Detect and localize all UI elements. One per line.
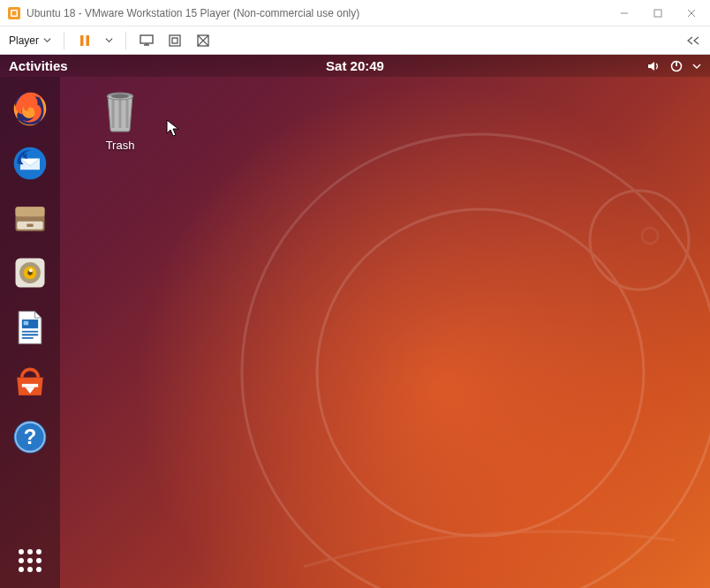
power-menu-button[interactable] [102, 34, 117, 46]
writer-icon [11, 308, 49, 347]
svg-text:?: ? [24, 425, 37, 449]
player-menu[interactable]: Player [5, 33, 55, 49]
collapse-toolbar-button[interactable] [682, 34, 705, 47]
dock: ? [0, 77, 60, 588]
gnome-top-bar: Activities Sat 20:49 [0, 55, 710, 77]
fullscreen-button[interactable] [163, 31, 186, 50]
system-menu[interactable] [646, 59, 701, 73]
dock-thunderbird[interactable] [9, 142, 51, 185]
chevron-double-left-icon [685, 36, 701, 45]
dock-files[interactable] [9, 197, 51, 239]
chevron-down-icon [692, 62, 701, 71]
window-controls [609, 1, 706, 26]
svg-rect-27 [24, 321, 28, 326]
unity-button[interactable] [192, 31, 215, 50]
desktop[interactable]: Trash [60, 77, 710, 588]
svg-rect-6 [140, 35, 153, 43]
minimize-button[interactable] [609, 1, 639, 26]
dock-ubuntu-software[interactable] [9, 361, 51, 403]
svg-rect-28 [22, 384, 38, 388]
pause-button[interactable] [73, 31, 96, 50]
svg-rect-20 [26, 223, 33, 227]
trash-icon [99, 89, 141, 135]
software-icon [11, 363, 49, 402]
dock-libreoffice-writer[interactable] [9, 306, 51, 349]
player-menu-label: Player [9, 34, 39, 47]
vmware-icon [7, 6, 21, 20]
svg-rect-7 [170, 35, 180, 46]
rhythmbox-icon [11, 253, 49, 292]
svg-rect-4 [80, 35, 84, 46]
svg-rect-2 [12, 11, 17, 15]
vmware-toolbar: Player [0, 26, 710, 55]
svg-rect-18 [16, 207, 45, 216]
volume-icon [646, 59, 661, 73]
svg-rect-5 [87, 35, 90, 46]
trash-desktop-icon[interactable]: Trash [87, 89, 154, 152]
svg-point-34 [111, 94, 129, 99]
dock-firefox[interactable] [9, 87, 51, 130]
svg-rect-3 [654, 10, 661, 17]
firefox-icon [11, 89, 49, 128]
dock-help[interactable]: ? [9, 416, 51, 458]
window-titlebar: Ubuntu 18 - VMware Workstation 15 Player… [0, 0, 710, 26]
activities-button[interactable]: Activities [9, 58, 68, 73]
send-ctrl-alt-del-button[interactable] [135, 31, 158, 50]
unity-icon [195, 33, 211, 49]
svg-point-25 [29, 268, 33, 272]
fullscreen-icon [167, 33, 183, 49]
files-icon [11, 199, 49, 237]
monitor-icon [139, 33, 155, 49]
maximize-button[interactable] [643, 1, 673, 26]
trash-label: Trash [106, 139, 135, 152]
window-title: Ubuntu 18 - VMware Workstation 15 Player… [26, 7, 609, 19]
cursor [166, 119, 180, 142]
dock-rhythmbox[interactable] [9, 252, 51, 294]
thunderbird-icon [11, 144, 49, 183]
power-icon [669, 59, 684, 73]
guest-viewport: Activities Sat 20:49 [0, 55, 710, 588]
pause-icon [77, 33, 93, 49]
show-apps-button[interactable] [19, 549, 42, 572]
clock[interactable]: Sat 20:49 [326, 58, 384, 73]
help-icon: ? [11, 418, 49, 456]
close-button[interactable] [676, 1, 706, 26]
cursor-icon [166, 119, 180, 139]
svg-rect-8 [172, 38, 178, 43]
